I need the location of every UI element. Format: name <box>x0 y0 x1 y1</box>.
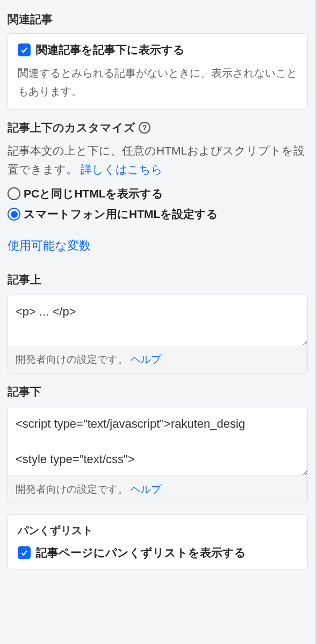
related-checkbox[interactable] <box>18 43 31 56</box>
heading-above: 記事上 <box>8 272 308 287</box>
above-textarea-wrap: 開発者向けの設定です。 ヘルプ <box>8 295 308 374</box>
related-description: 関連するとみられる記事がないときに、表示されないこともあります。 <box>18 64 298 100</box>
breadcrumb-checkbox-label: 記事ページにパンくずリストを表示する <box>36 545 246 560</box>
radio-smartphone[interactable] <box>8 208 20 221</box>
section-title-related: 関連記事 <box>8 12 308 27</box>
below-help-link[interactable]: ヘルプ <box>131 484 161 495</box>
related-card: 関連記事を記事下に表示する 関連するとみられる記事がないときに、表示されないこと… <box>8 33 308 109</box>
check-icon <box>20 548 28 557</box>
above-footer: 開発者向けの設定です。 ヘルプ <box>8 346 307 373</box>
breadcrumb-checkbox[interactable] <box>18 546 31 559</box>
below-textarea[interactable] <box>8 407 307 475</box>
breadcrumb-heading: パンくずリスト <box>18 523 298 538</box>
help-icon[interactable]: ? <box>139 122 150 134</box>
customize-title-text: 記事上下のカスタマイズ <box>8 120 135 135</box>
section-title-customize: 記事上下のカスタマイズ ? <box>8 120 308 135</box>
heading-below: 記事下 <box>8 384 308 399</box>
above-help-link[interactable]: ヘルプ <box>131 354 161 365</box>
above-footer-text: 開発者向けの設定です。 <box>16 354 128 365</box>
radio-pc-same[interactable] <box>8 187 20 200</box>
details-link[interactable]: 詳しくはこちら <box>81 163 163 175</box>
above-textarea[interactable] <box>8 295 307 346</box>
breadcrumb-card: パンくずリスト 記事ページにパンくずリストを表示する <box>8 514 308 569</box>
radio-smartphone-label: スマートフォン用にHTMLを設定する <box>24 207 218 222</box>
below-footer-text: 開発者向けの設定です。 <box>16 484 128 495</box>
radio-pc-same-label: PCと同じHTMLを表示する <box>24 186 164 201</box>
below-textarea-wrap: 開発者向けの設定です。 ヘルプ <box>8 407 308 503</box>
customize-description: 記事本文の上と下に、任意のHTMLおよびスクリプトを設置できます。 詳しくはこち… <box>8 142 308 179</box>
html-mode-radio-group: PCと同じHTMLを表示する スマートフォン用にHTMLを設定する <box>8 186 308 222</box>
related-checkbox-label: 関連記事を記事下に表示する <box>36 42 185 57</box>
available-variables-link[interactable]: 使用可能な変数 <box>8 238 91 254</box>
check-icon <box>20 46 28 54</box>
below-footer: 開発者向けの設定です。 ヘルプ <box>8 475 307 503</box>
